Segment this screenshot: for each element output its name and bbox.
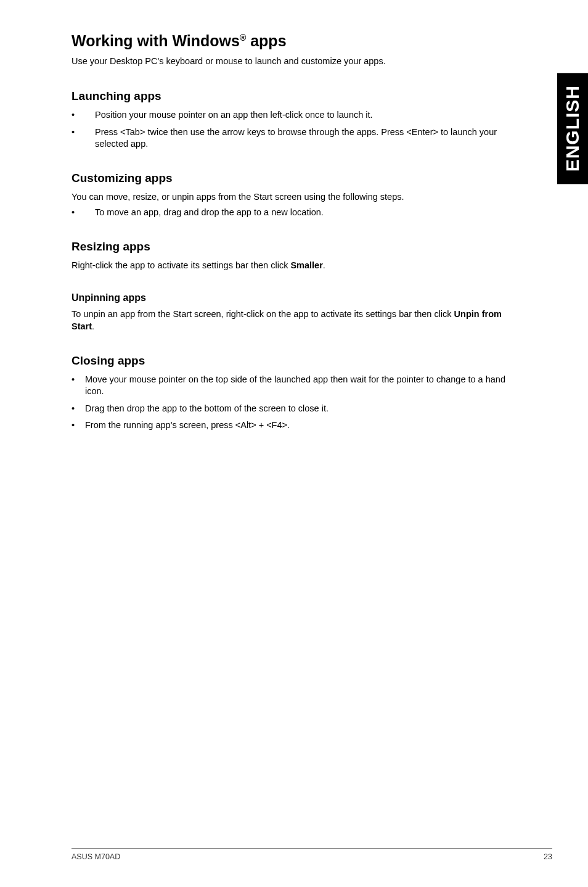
title-post: apps — [246, 32, 286, 49]
resizing-heading: Resizing apps — [71, 240, 517, 254]
list-item: Move your mouse pointer on the top side … — [71, 374, 517, 398]
title-pre: Working with Windows — [71, 32, 240, 49]
unpinning-section: Unpinning apps To unpin an app from the … — [71, 292, 517, 332]
resizing-body-pre: Right-click the app to activate its sett… — [71, 260, 290, 270]
launching-heading: Launching apps — [71, 89, 517, 103]
resizing-body-bold: Smaller — [290, 260, 322, 270]
closing-heading: Closing apps — [71, 354, 517, 368]
launching-section: Launching apps Position your mouse point… — [71, 89, 517, 151]
unpinning-body: To unpin an app from the Start screen, r… — [71, 308, 517, 332]
list-item: Position your mouse pointer on an app th… — [71, 109, 517, 122]
unpinning-body-post: . — [92, 321, 94, 331]
closing-section: Closing apps Move your mouse pointer on … — [71, 354, 517, 432]
customizing-section: Customizing apps You can move, resize, o… — [71, 171, 517, 219]
page-title: Working with Windows® apps — [71, 32, 517, 50]
page-content: Working with Windows® apps Use your Desk… — [0, 0, 588, 432]
title-sup: ® — [240, 33, 246, 43]
list-item: Press <Tab> twice then use the arrow key… — [71, 126, 517, 151]
resizing-body: Right-click the app to activate its sett… — [71, 260, 517, 272]
unpinning-body-pre: To unpin an app from the Start screen, r… — [71, 309, 454, 319]
resizing-section: Resizing apps Right-click the app to act… — [71, 240, 517, 272]
customizing-body: You can move, resize, or unpin apps from… — [71, 191, 517, 204]
footer-page-number: 23 — [544, 852, 552, 861]
resizing-body-post: . — [323, 260, 325, 270]
list-item: To move an app, drag and drop the app to… — [71, 207, 517, 219]
page-footer: ASUS M70AD 23 — [71, 848, 552, 861]
footer-left: ASUS M70AD — [71, 852, 120, 861]
intro-text: Use your Desktop PC's keyboard or mouse … — [71, 56, 517, 66]
list-item: From the running app's screen, press <Al… — [71, 419, 517, 432]
unpinning-heading: Unpinning apps — [71, 292, 517, 303]
customizing-heading: Customizing apps — [71, 171, 517, 185]
list-item: Drag then drop the app to the bottom of … — [71, 403, 517, 415]
language-tab: ENGLISH — [557, 73, 588, 184]
